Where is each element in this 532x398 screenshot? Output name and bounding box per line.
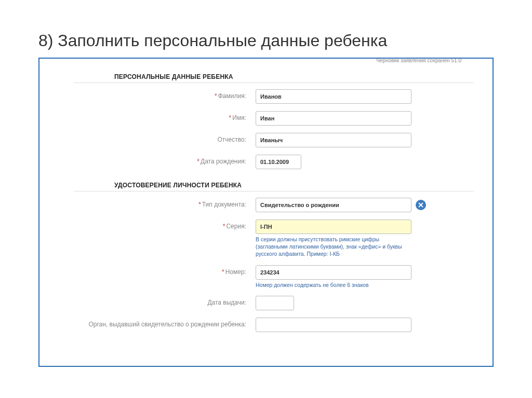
row-patronymic: Отчество:: [58, 133, 474, 147]
draft-saved-note: Черновик заявления сохранен 51.0: [376, 58, 461, 63]
input-cell: [256, 89, 474, 104]
label-text: Дата выдачи:: [207, 299, 246, 306]
section-heading-personal: ПЕРСОНАЛЬНЫЕ ДАННЫЕ РЕБЕНКА: [114, 73, 474, 80]
row-birthdate: *Дата рождения:: [58, 155, 474, 169]
label-text: Дата рождения:: [201, 158, 246, 165]
input-cell: [256, 198, 474, 212]
label-doctype: *Тип документа:: [58, 198, 256, 208]
number-input[interactable]: [256, 265, 411, 280]
required-mark: *: [215, 92, 217, 100]
series-input[interactable]: [256, 219, 411, 234]
required-mark: *: [198, 201, 201, 208]
input-cell: [256, 318, 474, 332]
row-doctype: *Тип документа:: [58, 198, 474, 212]
issuedate-input[interactable]: [256, 296, 294, 310]
row-surname: *Фамилия:: [58, 89, 474, 104]
patronymic-input[interactable]: [256, 133, 411, 147]
required-mark: *: [223, 223, 225, 230]
label-text: Отчество:: [218, 136, 247, 143]
row-issuedate: Дата выдачи:: [58, 296, 474, 310]
required-mark: *: [222, 268, 224, 276]
section-rule: [74, 83, 474, 83]
row-series: *Серия: В серии должны присутствовать ри…: [58, 219, 474, 258]
label-series: *Серия:: [58, 219, 256, 230]
birthdate-input[interactable]: [256, 155, 301, 169]
label-patronymic: Отчество:: [58, 133, 256, 143]
label-number: *Номер:: [58, 265, 256, 276]
row-issuer: Орган, выдавший свидетельство о рождении…: [58, 318, 474, 332]
input-cell: Номер должен содержать не более 6 знаков: [256, 265, 474, 289]
label-text: Серия:: [226, 223, 246, 230]
close-icon: [418, 202, 423, 208]
row-number: *Номер: Номер должен содержать не более …: [58, 265, 474, 289]
required-mark: *: [197, 158, 200, 165]
row-name: *Имя:: [58, 111, 474, 126]
label-text: Орган, выдавший свидетельство о рождении…: [88, 321, 246, 328]
label-issuer: Орган, выдавший свидетельство о рождении…: [58, 318, 256, 328]
label-text: Имя:: [232, 114, 246, 121]
label-birthdate: *Дата рождения:: [58, 155, 256, 165]
input-cell: [256, 155, 474, 169]
input-cell: [256, 296, 474, 310]
label-issuedate: Дата выдачи:: [58, 296, 256, 306]
label-name: *Имя:: [58, 111, 256, 121]
section-heading-identity: УДОСТОВЕРЕНИЕ ЛИЧНОСТИ РЕБЕНКА: [114, 182, 474, 189]
issuer-input[interactable]: [256, 318, 411, 332]
required-mark: *: [229, 114, 232, 121]
surname-input[interactable]: [256, 89, 411, 104]
section-rule: [74, 191, 474, 191]
input-cell: В серии должны присутствовать римские ци…: [256, 219, 474, 258]
label-surname: *Фамилия:: [58, 89, 256, 100]
label-text: Номер:: [225, 268, 246, 276]
number-hint: Номер должен содержать не более 6 знаков: [256, 281, 411, 289]
input-cell: [256, 111, 474, 126]
series-hint: В серии должны присутствовать римские ци…: [256, 236, 411, 258]
label-text: Фамилия:: [218, 92, 246, 100]
clear-doctype-button[interactable]: [416, 200, 426, 210]
doctype-input[interactable]: [256, 198, 411, 212]
input-cell: [256, 133, 474, 147]
form-content: ПЕРСОНАЛЬНЫЕ ДАННЫЕ РЕБЕНКА *Фамилия: *И…: [39, 59, 493, 332]
slide-title: 8) Заполнить персональные данные ребенка: [0, 0, 532, 58]
label-text: Тип документа:: [202, 201, 246, 208]
name-input[interactable]: [256, 111, 411, 126]
form-frame: Черновик заявления сохранен 51.0 ПЕРСОНА…: [38, 58, 494, 367]
